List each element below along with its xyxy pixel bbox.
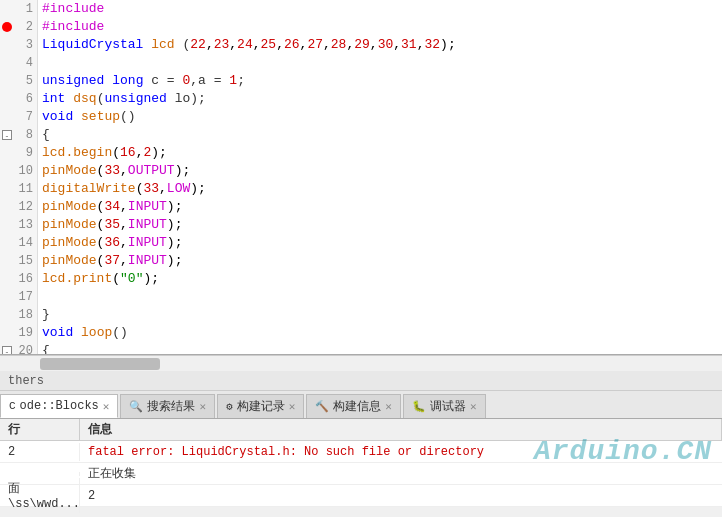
line-number-row: -20 bbox=[0, 342, 37, 355]
scrollbar-thumb[interactable] bbox=[40, 358, 160, 370]
code-line: pinMode(35,INPUT); bbox=[42, 216, 718, 234]
line-number-row: 14 bbox=[0, 234, 37, 252]
tab-label-build_log: 构建记录 bbox=[237, 398, 285, 415]
tab-close-build_info[interactable]: ✕ bbox=[385, 400, 392, 413]
line-number-row: 4 bbox=[0, 54, 37, 72]
line-number-row: 6 bbox=[0, 90, 37, 108]
line-number: 16 bbox=[0, 270, 37, 288]
code-line: { bbox=[42, 342, 718, 354]
line-number: 11 bbox=[0, 180, 37, 198]
tab-label-codeblocks: ode::Blocks bbox=[20, 399, 99, 413]
tab-label-debugger: 调试器 bbox=[430, 398, 466, 415]
bottom-row-line: 2 bbox=[0, 443, 80, 461]
code-line: pinMode(34,INPUT); bbox=[42, 198, 718, 216]
tab-close-debugger[interactable]: ✕ bbox=[470, 400, 477, 413]
bottom-panel-header: 行 信息 bbox=[0, 419, 722, 441]
tab-icon-debugger: 🐛 bbox=[412, 400, 426, 413]
tab-close-search[interactable]: ✕ bbox=[199, 400, 206, 413]
line-number: 17 bbox=[0, 288, 37, 306]
code-editor: 1234567-8910111213141516171819-2021-2223… bbox=[0, 0, 722, 355]
bottom-panel-row: 正在收集 bbox=[0, 463, 722, 485]
line-number: 3 bbox=[0, 36, 37, 54]
line-number-row: 17 bbox=[0, 288, 37, 306]
line-number-row: 11 bbox=[0, 180, 37, 198]
filepath-row: 面\ss\wwd...2 bbox=[0, 485, 722, 507]
tabs-bar: Code::Blocks✕🔍搜索结果✕⚙构建记录✕🔨构建信息✕🐛调试器✕ bbox=[0, 391, 722, 419]
line-number: 14 bbox=[0, 234, 37, 252]
tab-label-search: 搜索结果 bbox=[147, 398, 195, 415]
bottom-row-message: 正在收集 bbox=[80, 463, 144, 484]
line-number: 5 bbox=[0, 72, 37, 90]
tab-codeblocks[interactable]: Code::Blocks✕ bbox=[0, 394, 118, 418]
tab-label-build_info: 构建信息 bbox=[333, 398, 381, 415]
code-line: #include bbox=[42, 0, 718, 18]
line-number: 1 bbox=[0, 0, 37, 18]
error-indicator bbox=[2, 22, 12, 32]
line-number: 10 bbox=[0, 162, 37, 180]
line-number-row: 12 bbox=[0, 198, 37, 216]
code-line: LiquidCrystal lcd (22,23,24,25,26,27,28,… bbox=[42, 36, 718, 54]
line-number: 18 bbox=[0, 306, 37, 324]
line-number-row: 18 bbox=[0, 306, 37, 324]
bottom-row-line bbox=[0, 472, 80, 476]
filepath-col1: 面\ss\wwd... bbox=[0, 478, 80, 513]
line-number-row: 2 bbox=[0, 18, 37, 36]
line-number-row: 5 bbox=[0, 72, 37, 90]
line-number: 9 bbox=[0, 144, 37, 162]
tab-close-build_log[interactable]: ✕ bbox=[289, 400, 296, 413]
code-line: lcd.print("0"); bbox=[42, 270, 718, 288]
bottom-panel: 行 信息 2fatal error: LiquidCrystal.h: No s… bbox=[0, 419, 722, 507]
line-number: 6 bbox=[0, 90, 37, 108]
code-line: pinMode(36,INPUT); bbox=[42, 234, 718, 252]
filepath-col2: 2 bbox=[80, 487, 103, 505]
line-number-row: 15 bbox=[0, 252, 37, 270]
code-line: #include bbox=[42, 18, 718, 36]
code-content[interactable]: #include #include LiquidCrystal lcd (22,… bbox=[38, 0, 722, 354]
tab-close-codeblocks[interactable]: ✕ bbox=[103, 400, 110, 413]
bottom-rows: 2fatal error: LiquidCrystal.h: No such f… bbox=[0, 441, 722, 507]
horizontal-scrollbar[interactable] bbox=[0, 355, 722, 371]
line-number: 7 bbox=[0, 108, 37, 126]
code-line bbox=[42, 54, 718, 72]
panel-label-text: thers bbox=[8, 374, 44, 388]
tab-icon-search: 🔍 bbox=[129, 400, 143, 413]
line-number-row: 3 bbox=[0, 36, 37, 54]
collapse-icon[interactable]: - bbox=[2, 346, 12, 355]
code-line: void setup() bbox=[42, 108, 718, 126]
line-number-row: 9 bbox=[0, 144, 37, 162]
panel-label: thers bbox=[0, 371, 722, 391]
code-line: digitalWrite(33,LOW); bbox=[42, 180, 718, 198]
tab-icon-build_log: ⚙ bbox=[226, 400, 233, 413]
code-line: } bbox=[42, 306, 718, 324]
line-number: 12 bbox=[0, 198, 37, 216]
code-line: void loop() bbox=[42, 324, 718, 342]
line-number: 19 bbox=[0, 324, 37, 342]
code-line bbox=[42, 288, 718, 306]
code-line: int dsq(unsigned lo); bbox=[42, 90, 718, 108]
collapse-icon[interactable]: - bbox=[2, 130, 12, 140]
tab-icon-codeblocks: C bbox=[9, 400, 16, 412]
tab-build_log[interactable]: ⚙构建记录✕ bbox=[217, 394, 304, 418]
line-number-row: -8 bbox=[0, 126, 37, 144]
col-header-line: 行 bbox=[0, 419, 80, 440]
tab-build_info[interactable]: 🔨构建信息✕ bbox=[306, 394, 401, 418]
bottom-panel-row: 2fatal error: LiquidCrystal.h: No such f… bbox=[0, 441, 722, 463]
line-number-row: 1 bbox=[0, 0, 37, 18]
bottom-row-message: fatal error: LiquidCrystal.h: No such fi… bbox=[80, 443, 492, 461]
col-header-info: 信息 bbox=[80, 419, 722, 440]
line-number-row: 13 bbox=[0, 216, 37, 234]
line-number-row: 16 bbox=[0, 270, 37, 288]
tab-debugger[interactable]: 🐛调试器✕ bbox=[403, 394, 486, 418]
tab-search[interactable]: 🔍搜索结果✕ bbox=[120, 394, 215, 418]
code-line: pinMode(37,INPUT); bbox=[42, 252, 718, 270]
line-number-row: 10 bbox=[0, 162, 37, 180]
line-number-row: 7 bbox=[0, 108, 37, 126]
line-number: 15 bbox=[0, 252, 37, 270]
code-line: pinMode(33,OUTPUT); bbox=[42, 162, 718, 180]
line-number: 4 bbox=[0, 54, 37, 72]
code-line: unsigned long c = 0,a = 1; bbox=[42, 72, 718, 90]
code-line: lcd.begin(16,2); bbox=[42, 144, 718, 162]
tab-icon-build_info: 🔨 bbox=[315, 400, 329, 413]
line-number: 13 bbox=[0, 216, 37, 234]
line-numbers: 1234567-8910111213141516171819-2021-2223 bbox=[0, 0, 38, 354]
